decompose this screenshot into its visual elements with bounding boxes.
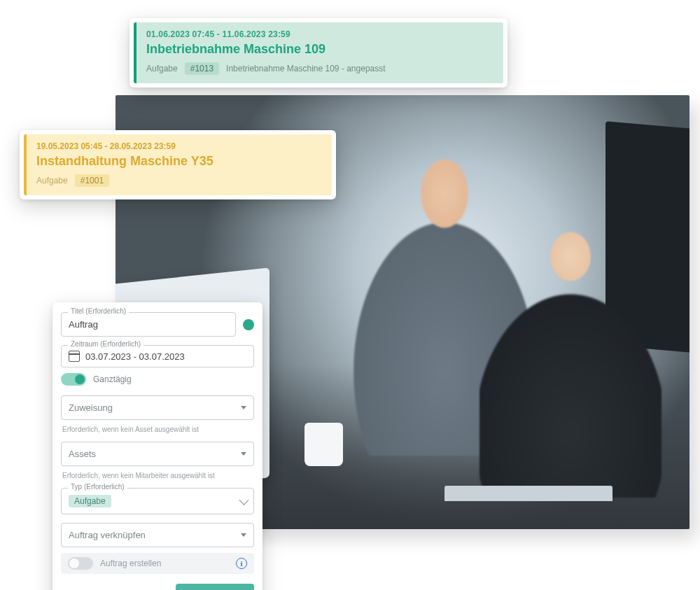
assets-placeholder: Assets [69,449,96,459]
create-order-toggle[interactable] [68,557,93,570]
type-select[interactable]: Aufgabe [61,488,254,514]
allday-label: Ganztägig [93,374,132,384]
allday-toggle[interactable] [61,373,86,386]
info-icon[interactable]: i [236,558,247,569]
create-task-form: Titel (Erforderlich) Zeitraum (Erforderl… [52,302,262,590]
task-title: Inbetriebnahme Maschine 109 [146,42,493,57]
photo-person [479,204,662,498]
assets-helper: Erforderlich, wenn kein Mitarbeiter ausg… [62,472,253,479]
photo-laptop [444,486,612,501]
title-input[interactable] [61,312,236,337]
task-description: Inbetriebnahme Maschine 109 - angepasst [226,64,385,73]
caret-down-icon [241,406,246,409]
task-title: Instandhaltung Maschine Y35 [36,154,322,169]
type-value-chip: Aufgabe [69,495,111,507]
task-type-label: Aufgabe [36,176,68,185]
task-card-instandhaltung[interactable]: 19.05.2023 05:45 - 28.05.2023 23:59 Inst… [20,130,336,199]
date-range-input[interactable]: 03.07.2023 - 03.07.2023 [61,345,254,367]
color-picker-dot[interactable] [243,319,254,330]
type-field-label: Typ (Erforderlich) [68,483,127,491]
date-field-label: Zeitraum (Erforderlich) [68,340,144,348]
assignment-placeholder: Zuweisung [69,402,113,413]
assets-select[interactable]: Assets [61,442,254,466]
task-id-badge: #1001 [75,174,109,187]
task-card-inbetriebnahme[interactable]: 01.06.2023 07:45 - 11.06.2023 23:59 Inbe… [130,18,507,87]
task-type-label: Aufgabe [146,64,178,73]
task-date-range: 19.05.2023 05:45 - 28.05.2023 23:59 [36,141,322,151]
create-order-label: Auftrag erstellen [100,559,229,568]
task-date-range: 01.06.2023 07:45 - 11.06.2023 23:59 [146,29,493,39]
title-field-label: Titel (Erforderlich) [68,307,129,315]
assignment-select[interactable]: Zuweisung [61,395,254,420]
caret-down-icon [241,533,246,537]
calendar-icon [69,351,80,362]
link-order-select[interactable]: Auftrag verknüpfen [61,523,254,547]
link-order-placeholder: Auftrag verknüpfen [69,530,146,540]
photo-mug [304,423,343,466]
assignment-helper: Erforderlich, wenn kein Asset ausgewählt… [62,426,253,433]
task-id-badge: #1013 [185,62,219,75]
chevron-down-icon [239,496,248,505]
create-button[interactable]: ERSTELLEN [176,584,254,590]
caret-down-icon [241,452,246,456]
date-range-value: 03.07.2023 - 03.07.2023 [85,351,185,362]
cancel-button[interactable]: ABBRECHEN [82,584,164,590]
